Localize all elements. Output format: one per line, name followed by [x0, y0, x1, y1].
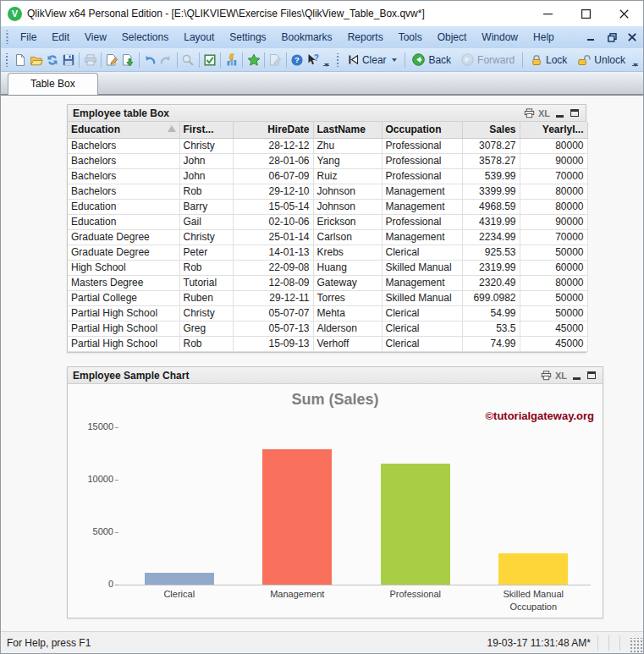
window-maximize-button[interactable] — [567, 1, 605, 26]
chart-minimize-button[interactable] — [569, 369, 584, 382]
table-cell[interactable]: Skilled Manual — [382, 260, 462, 275]
chart-maximize-button[interactable] — [584, 369, 599, 382]
table-cell[interactable]: Skilled Manual — [382, 290, 462, 305]
column-header-occupation[interactable]: Occupation — [382, 122, 462, 138]
add-bookmark-button[interactable] — [245, 50, 261, 69]
column-header-hiredate[interactable]: HireDate — [233, 122, 313, 138]
table-cell[interactable]: 80000 — [520, 184, 587, 199]
back-button[interactable]: Back — [407, 52, 456, 68]
table-cell[interactable]: Management — [382, 199, 462, 214]
menu-tools[interactable]: Tools — [391, 28, 430, 47]
table-cell[interactable]: Rob — [179, 336, 233, 351]
table-cell[interactable]: Peter — [179, 245, 233, 260]
table-minimize-button[interactable] — [552, 107, 567, 120]
column-header-lastname[interactable]: LastName — [313, 122, 382, 138]
table-cell[interactable]: Christy — [179, 305, 233, 321]
table-export-excel-button[interactable]: XL — [537, 107, 552, 120]
table-cell[interactable]: Professional — [382, 153, 462, 168]
table-cell[interactable]: Management — [382, 229, 462, 245]
table-cell[interactable]: Rob — [179, 184, 233, 199]
menu-window[interactable]: Window — [474, 28, 526, 47]
table-cell[interactable]: Bachelors — [68, 153, 179, 168]
table-cell[interactable]: 80000 — [520, 138, 587, 153]
table-cell[interactable]: 74.99 — [462, 336, 520, 351]
table-cell[interactable]: Bachelors — [68, 138, 179, 153]
table-cell[interactable]: 02-10-06 — [233, 214, 313, 229]
open-file-button[interactable] — [28, 50, 44, 69]
table-cell[interactable]: Greg — [179, 321, 233, 336]
table-cell[interactable]: Graduate Degree — [68, 245, 179, 260]
forward-button[interactable]: Forward — [456, 52, 520, 68]
table-cell[interactable]: 28-12-12 — [233, 138, 313, 153]
table-cell[interactable]: 15-09-13 — [233, 336, 313, 351]
bar-management[interactable] — [262, 449, 332, 585]
table-cell[interactable]: 06-07-09 — [233, 168, 313, 184]
table-cell[interactable]: Tutorial — [179, 275, 233, 290]
chart-caption-bar[interactable]: Employee Sample Chart XL — [68, 367, 603, 384]
unlock-button[interactable]: Unlock — [572, 52, 630, 68]
table-cell[interactable]: 3078.27 — [462, 138, 520, 153]
quick-chart-wizard-button[interactable] — [223, 50, 239, 69]
table-cell[interactable]: 28-01-06 — [233, 153, 313, 168]
table-box-caption-bar[interactable]: Employee table Box XL — [68, 105, 586, 122]
bar-professional[interactable] — [381, 464, 450, 585]
table-cell[interactable]: 70000 — [520, 229, 587, 245]
table-cell[interactable]: 22-09-08 — [233, 260, 313, 275]
table-cell[interactable]: Management — [382, 184, 462, 199]
help-button[interactable]: ? — [289, 50, 305, 69]
table-cell[interactable]: 4319.99 — [462, 214, 520, 229]
table-cell[interactable]: 53.5 — [462, 321, 520, 336]
table-cell[interactable]: Mehta — [313, 305, 382, 321]
table-cell[interactable]: 539.99 — [462, 168, 520, 184]
table-cell[interactable]: 699.0982 — [462, 290, 520, 305]
table-cell[interactable]: High School — [68, 260, 179, 275]
document-restore-button[interactable] — [603, 29, 621, 46]
toolbar-overflow-button[interactable] — [631, 50, 640, 69]
table-cell[interactable]: Partial High School — [68, 321, 179, 336]
table-cell[interactable]: Gateway — [313, 275, 382, 290]
tab-table-box[interactable]: Table Box — [8, 73, 98, 95]
table-cell[interactable]: 90000 — [520, 214, 587, 229]
table-cell[interactable]: 05-07-07 — [233, 305, 313, 321]
menu-object[interactable]: Object — [430, 28, 475, 47]
menu-layout[interactable]: Layout — [176, 28, 222, 47]
save-button[interactable] — [60, 50, 76, 69]
menu-view[interactable]: View — [77, 28, 114, 47]
table-cell[interactable]: 05-07-13 — [233, 321, 313, 336]
chart-export-excel-button[interactable]: XL — [553, 369, 569, 382]
table-cell[interactable]: Carlson — [313, 229, 382, 245]
table-cell[interactable]: Alderson — [313, 321, 382, 336]
bar-clerical[interactable] — [145, 573, 214, 585]
table-cell[interactable]: Partial College — [68, 290, 179, 305]
table-cell[interactable]: Bachelors — [68, 184, 179, 199]
table-cell[interactable]: Education — [68, 199, 179, 214]
menu-help[interactable]: Help — [526, 28, 562, 47]
search-button[interactable] — [180, 50, 196, 69]
edit-module-button[interactable] — [267, 50, 283, 69]
table-cell[interactable]: Christy — [179, 138, 233, 153]
table-cell[interactable]: 90000 — [520, 153, 587, 168]
menu-selections[interactable]: Selections — [114, 28, 176, 47]
table-cell[interactable]: Clerical — [382, 321, 462, 336]
table-cell[interactable]: 50000 — [520, 305, 587, 321]
whats-this-help-button[interactable]: ? — [305, 50, 322, 69]
chart-print-button[interactable] — [538, 369, 553, 382]
table-cell[interactable]: Ruiz — [313, 168, 382, 184]
menu-reports[interactable]: Reports — [340, 28, 391, 47]
table-cell[interactable]: Johnson — [313, 199, 382, 214]
table-cell[interactable]: 2320.49 — [462, 275, 520, 290]
menu-edit[interactable]: Edit — [44, 28, 77, 47]
edit-script-button[interactable] — [104, 50, 120, 69]
table-cell[interactable]: Clerical — [382, 245, 462, 260]
table-cell[interactable]: Clerical — [382, 305, 462, 321]
table-cell[interactable]: 50000 — [520, 290, 587, 305]
table-cell[interactable]: 3399.99 — [462, 184, 520, 199]
table-cell[interactable]: Clerical — [382, 336, 462, 351]
table-cell[interactable]: 45000 — [520, 336, 587, 351]
table-cell[interactable]: 60000 — [520, 260, 587, 275]
table-cell[interactable]: Verhoff — [313, 336, 382, 351]
document-minimize-button[interactable] — [582, 29, 601, 46]
menu-bookmarks[interactable]: Bookmarks — [274, 28, 340, 47]
window-close-button[interactable] — [605, 1, 643, 26]
table-cell[interactable]: Ruben — [179, 290, 233, 305]
